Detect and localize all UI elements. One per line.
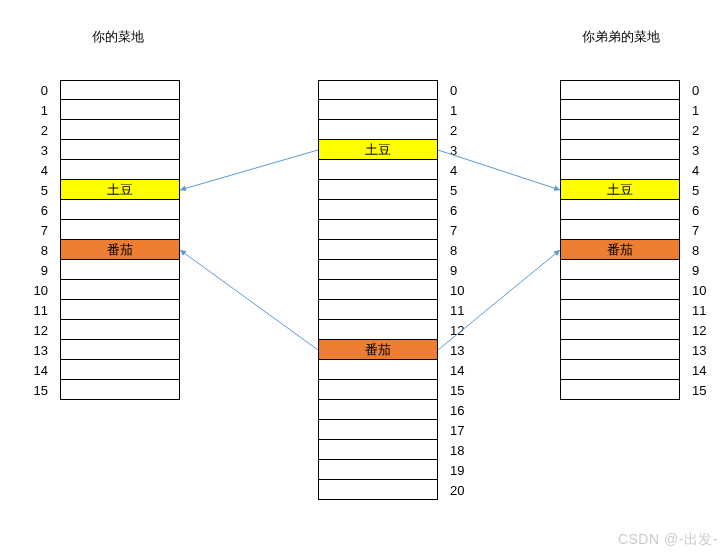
array-center-cell: [318, 480, 438, 500]
index-label: 7: [448, 220, 478, 240]
index-label: 0: [690, 80, 720, 100]
index-label: 8: [22, 240, 52, 260]
title-right: 你弟弟的菜地: [582, 28, 660, 46]
index-label: 14: [448, 360, 478, 380]
array-right-cell: 番茄: [560, 240, 680, 260]
index-label: 5: [690, 180, 720, 200]
array-center-cell: [318, 420, 438, 440]
array-right-cell: [560, 80, 680, 100]
index-label: 11: [448, 300, 478, 320]
index-column-left: 0123456789101112131415: [22, 80, 52, 400]
array-left-cell: [60, 300, 180, 320]
index-label: 6: [448, 200, 478, 220]
array-left-cell: [60, 100, 180, 120]
index-label: 3: [448, 140, 478, 160]
title-left: 你的菜地: [92, 28, 144, 46]
index-label: 9: [690, 260, 720, 280]
index-label: 13: [690, 340, 720, 360]
array-right-cell: [560, 100, 680, 120]
array-center-cell: [318, 440, 438, 460]
index-label: 9: [22, 260, 52, 280]
array-right: 土豆番茄: [560, 80, 680, 400]
array-left-cell: [60, 80, 180, 100]
index-label: 13: [448, 340, 478, 360]
array-center-cell: [318, 460, 438, 480]
array-left-cell: [60, 260, 180, 280]
index-label: 4: [448, 160, 478, 180]
array-center-cell: [318, 160, 438, 180]
index-label: 20: [448, 480, 478, 500]
index-column-center: 01234567891011121314151617181920: [448, 80, 478, 500]
array-center-cell: 土豆: [318, 140, 438, 160]
array-center-cell: [318, 360, 438, 380]
array-right-cell: [560, 280, 680, 300]
index-label: 15: [690, 380, 720, 400]
index-label: 1: [22, 100, 52, 120]
array-center-cell: [318, 260, 438, 280]
array-center-cell: [318, 200, 438, 220]
array-left-cell: [60, 280, 180, 300]
array-left-cell: [60, 320, 180, 340]
array-left-cell: [60, 120, 180, 140]
index-label: 12: [448, 320, 478, 340]
index-label: 3: [690, 140, 720, 160]
index-label: 0: [448, 80, 478, 100]
index-label: 0: [22, 80, 52, 100]
array-right-cell: [560, 160, 680, 180]
array-left-cell: [60, 200, 180, 220]
index-label: 5: [22, 180, 52, 200]
index-label: 4: [22, 160, 52, 180]
index-label: 14: [690, 360, 720, 380]
index-label: 2: [690, 120, 720, 140]
index-label: 1: [448, 100, 478, 120]
index-label: 7: [690, 220, 720, 240]
array-center: 土豆番茄: [318, 80, 438, 500]
array-left-cell: [60, 360, 180, 380]
array-left-cell: 番茄: [60, 240, 180, 260]
array-right-cell: 土豆: [560, 180, 680, 200]
index-label: 18: [448, 440, 478, 460]
array-left-cell: [60, 140, 180, 160]
index-label: 11: [22, 300, 52, 320]
array-right-cell: [560, 200, 680, 220]
array-center-cell: [318, 220, 438, 240]
array-center-cell: [318, 400, 438, 420]
index-label: 15: [22, 380, 52, 400]
index-label: 10: [690, 280, 720, 300]
array-left-cell: [60, 380, 180, 400]
array-right-cell: [560, 340, 680, 360]
array-left-cell: [60, 340, 180, 360]
array-center-cell: [318, 80, 438, 100]
array-right-cell: [560, 120, 680, 140]
index-column-right: 0123456789101112131415: [690, 80, 720, 400]
mapping-arrow: [180, 250, 318, 350]
array-right-cell: [560, 140, 680, 160]
array-right-cell: [560, 220, 680, 240]
array-center-cell: [318, 280, 438, 300]
array-right-cell: [560, 360, 680, 380]
array-center-cell: 番茄: [318, 340, 438, 360]
array-left-cell: [60, 220, 180, 240]
array-center-cell: [318, 320, 438, 340]
array-center-cell: [318, 300, 438, 320]
array-left-cell: 土豆: [60, 180, 180, 200]
index-label: 4: [690, 160, 720, 180]
array-right-cell: [560, 300, 680, 320]
index-label: 11: [690, 300, 720, 320]
index-label: 15: [448, 380, 478, 400]
array-right-cell: [560, 320, 680, 340]
index-label: 2: [22, 120, 52, 140]
watermark: CSDN @-出发-: [618, 531, 718, 549]
array-center-cell: [318, 240, 438, 260]
array-right-cell: [560, 260, 680, 280]
index-label: 16: [448, 400, 478, 420]
index-label: 12: [690, 320, 720, 340]
index-label: 10: [22, 280, 52, 300]
index-label: 8: [690, 240, 720, 260]
index-label: 10: [448, 280, 478, 300]
index-label: 17: [448, 420, 478, 440]
index-label: 12: [22, 320, 52, 340]
index-label: 14: [22, 360, 52, 380]
array-center-cell: [318, 100, 438, 120]
index-label: 1: [690, 100, 720, 120]
